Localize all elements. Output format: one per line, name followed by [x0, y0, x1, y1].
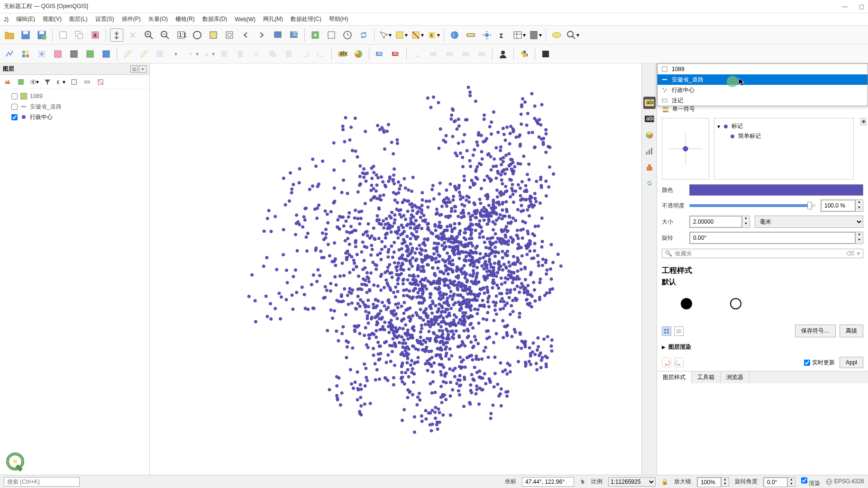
expand-icon[interactable]: [69, 77, 79, 87]
rotate-label-icon[interactable]: [459, 47, 472, 61]
apply-button[interactable]: Appl: [840, 357, 863, 368]
locator-search[interactable]: [4, 477, 80, 487]
plugin-icon[interactable]: [539, 47, 552, 61]
gallery-item-outline[interactable]: [730, 298, 741, 309]
pin-label-icon[interactable]: [411, 47, 424, 61]
edit-icon[interactable]: [121, 47, 134, 61]
remove-layer-icon[interactable]: [96, 77, 105, 87]
change-label-icon[interactable]: [475, 47, 488, 61]
delimited-layer-icon[interactable]: [51, 47, 64, 61]
opacity-slider[interactable]: [689, 204, 816, 207]
filter-legend-icon[interactable]: [16, 77, 26, 87]
style-layer-icon[interactable]: [3, 77, 12, 87]
build-tab-icon[interactable]: [643, 161, 656, 173]
label-tab-icon[interactable]: abc: [643, 97, 656, 109]
render-checkbox-label[interactable]: 渲染: [801, 476, 820, 488]
mesh-layer-icon[interactable]: [35, 47, 48, 61]
dropdown-item-annotation[interactable]: 注记: [658, 95, 868, 106]
measure-icon[interactable]: [464, 28, 477, 42]
raster-layer-icon[interactable]: [19, 47, 32, 61]
style-search-input[interactable]: [675, 250, 843, 257]
new-layer-icon[interactable]: [309, 28, 322, 42]
minimize-button[interactable]: —: [842, 3, 848, 10]
layer-item-1089[interactable]: 1089: [2, 91, 147, 101]
label-dark-tab-icon[interactable]: abc: [643, 113, 656, 125]
identify-icon[interactable]: ▾: [378, 28, 392, 42]
temporal-icon[interactable]: [341, 28, 354, 42]
undo-icon[interactable]: [298, 47, 311, 61]
wms-layer-icon[interactable]: [83, 47, 97, 61]
undo-style-icon[interactable]: [662, 358, 671, 367]
menu-settings[interactable]: 设置(S): [95, 15, 114, 23]
dropdown-item-1089[interactable]: 1089: [658, 64, 868, 74]
label-hide-icon[interactable]: abc: [389, 47, 402, 61]
label-icon[interactable]: abc: [336, 47, 349, 61]
zoom-selection-icon[interactable]: [207, 28, 220, 42]
layout-manager-icon[interactable]: [73, 28, 86, 42]
copy-icon[interactable]: [266, 47, 279, 61]
layer-item-xingzheng[interactable]: 行政中心: [2, 112, 147, 122]
redo-icon[interactable]: [314, 47, 328, 61]
add-feature-icon[interactable]: ▾: [169, 47, 183, 61]
panel-undock-button[interactable]: ◫: [130, 65, 138, 73]
zoom-next-icon[interactable]: [255, 28, 268, 42]
tips-icon[interactable]: [550, 28, 563, 42]
pan-to-selection-icon[interactable]: [126, 28, 139, 42]
layer-checkbox[interactable]: [11, 114, 18, 120]
show-label-icon[interactable]: [427, 47, 440, 61]
scale-select[interactable]: 1:11265925: [608, 477, 656, 487]
toggle-edit-icon[interactable]: [137, 47, 150, 61]
delete-icon[interactable]: [234, 47, 247, 61]
zoom-last-icon[interactable]: [239, 28, 252, 42]
new-geopackage-icon[interactable]: [325, 28, 338, 42]
maximize-button[interactable]: ▢: [859, 3, 864, 10]
layer-dropdown[interactable]: 1089 安徽省_道路 行政中心 注记: [657, 63, 868, 106]
layer-render-section[interactable]: ▶ 图层渲染: [657, 340, 868, 354]
lock-icon[interactable]: 🔒: [661, 479, 668, 485]
coord-toggle-icon[interactable]: 🖱: [580, 479, 585, 485]
move-feature-icon[interactable]: ▾: [185, 47, 199, 61]
crs-button[interactable]: EPSG:4326: [826, 478, 864, 485]
pan-icon[interactable]: [110, 28, 123, 42]
vector-layer-icon[interactable]: [3, 47, 16, 61]
attribute-table-icon[interactable]: ▾: [512, 28, 526, 42]
3d-tab-icon[interactable]: [643, 129, 656, 141]
modify-icon[interactable]: [218, 47, 231, 61]
tab-toolbox[interactable]: 工具箱: [692, 371, 721, 383]
rotation-input[interactable]: ▲▼: [689, 232, 863, 244]
style-search[interactable]: 🔍 ⌫ ▾: [662, 249, 863, 258]
menu-database[interactable]: 数据库(D): [202, 15, 228, 23]
menu-processing[interactable]: 数据处理(C): [291, 15, 321, 23]
zoom-layer-icon[interactable]: [223, 28, 236, 42]
rotation-status-input[interactable]: ▲▼: [763, 477, 795, 487]
sum-icon[interactable]: Σ: [496, 28, 510, 42]
paste-icon[interactable]: [282, 47, 295, 61]
live-update-checkbox-label[interactable]: 实时更新: [804, 359, 835, 367]
processing-icon[interactable]: [480, 28, 493, 42]
add-symbol-button[interactable]: ⊕: [860, 118, 866, 125]
menu-view[interactable]: 视图(V): [43, 15, 62, 23]
redo-style-icon[interactable]: [674, 358, 684, 367]
filter-icon[interactable]: [43, 77, 52, 87]
menu-j[interactable]: J): [4, 16, 9, 23]
new-map-view-icon[interactable]: [271, 28, 284, 42]
panel-close-button[interactable]: ×: [139, 65, 146, 73]
cut-icon[interactable]: [250, 47, 263, 61]
layer-item-anhui[interactable]: 安徽省_道路: [2, 101, 147, 112]
save-symbol-button[interactable]: 保存符号…: [795, 325, 836, 337]
magnifier-input[interactable]: ▲▼: [697, 477, 729, 487]
calculator-icon[interactable]: ▾: [529, 28, 542, 42]
size-unit-select[interactable]: 毫米: [755, 216, 863, 228]
symbol-tree-simple-marker[interactable]: 简单标记: [717, 131, 850, 141]
opacity-input[interactable]: ▲▼: [821, 199, 863, 212]
render-checkbox[interactable]: [801, 476, 807, 485]
new-layout-icon[interactable]: [56, 28, 70, 42]
layer-checkbox[interactable]: [11, 93, 18, 99]
coord-input[interactable]: [522, 477, 574, 487]
grid-view-icon[interactable]: [662, 326, 671, 336]
zoom-native-icon[interactable]: 1:1: [174, 28, 188, 42]
dropdown-item-xingzheng[interactable]: 行政中心: [658, 85, 868, 95]
gallery-item-filled[interactable]: [681, 298, 692, 309]
style-manager-icon[interactable]: a: [89, 28, 102, 42]
label-move-icon[interactable]: abc: [373, 47, 386, 61]
